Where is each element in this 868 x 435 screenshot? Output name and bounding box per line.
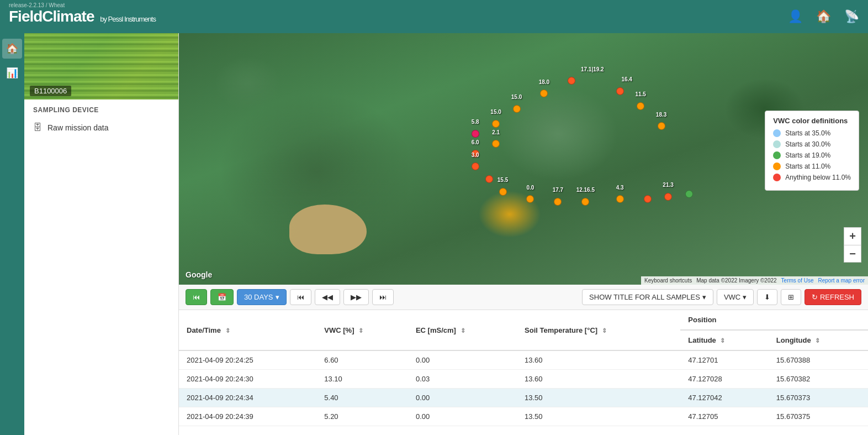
map-dot bbox=[499, 188, 507, 196]
table-row[interactable]: 2021-04-09 20:24:25 6.60 0.00 13.60 47.1… bbox=[179, 350, 868, 370]
col-position-header: Position bbox=[680, 310, 868, 330]
raw-mission-data-item[interactable]: 🗄 Raw mission data bbox=[24, 118, 178, 137]
cell-lat: 47.127042 bbox=[680, 389, 769, 407]
device-panel: B1100006 SAMPLING DEVICE 🗄 Raw mission d… bbox=[24, 33, 179, 435]
dot-label: 16.4 bbox=[621, 76, 632, 82]
cell-vwc: 5.20 bbox=[316, 407, 408, 426]
main-content: 17.1|19.2 16.4 18.0 15.0 11.5 15.0 18.3 … bbox=[179, 33, 868, 435]
user-icon[interactable]: 👤 bbox=[788, 9, 803, 24]
col-datetime-label: Date/Time bbox=[187, 326, 221, 334]
col-longitude[interactable]: Longitude ⇕ bbox=[769, 330, 868, 350]
cell-soil-temp: 13.60 bbox=[517, 370, 680, 389]
map-dot bbox=[658, 122, 665, 130]
sort-icon-datetime: ⇕ bbox=[225, 327, 230, 334]
map-bottom-bar: Keyboard shortcuts Map data ©2022 Imager… bbox=[641, 276, 868, 285]
vwc-label-teal: Starts at 30.0% bbox=[785, 140, 830, 148]
map-dot bbox=[492, 120, 500, 128]
show-title-label: SHOW TITLE FOR ALL SAMPLES bbox=[589, 293, 700, 301]
report-map-error[interactable]: Report a map error bbox=[818, 277, 865, 284]
cell-lon: 15.670388 bbox=[769, 350, 868, 370]
vwc-legend-item-3: Starts at 19.0% bbox=[773, 151, 851, 159]
sort-icon-lon: ⇕ bbox=[815, 337, 820, 344]
nav-next-btn[interactable]: ▶▶ bbox=[343, 289, 369, 305]
app-title: FieldClimate bbox=[9, 8, 94, 25]
nav-first-btn[interactable]: ⏮ bbox=[290, 289, 311, 305]
map-dot bbox=[540, 90, 548, 97]
col-vwc[interactable]: VWC [%] ⇕ bbox=[316, 310, 408, 350]
map-dot bbox=[485, 175, 493, 183]
sidebar-icons: 🏠 📊 bbox=[0, 33, 24, 435]
table-row[interactable]: 2021-04-09 20:24:39 5.20 0.00 13.50 47.1… bbox=[179, 407, 868, 426]
vwc-legend-item-4: Starts at 11.0% bbox=[773, 163, 851, 170]
cell-ec: 0.00 bbox=[408, 389, 517, 407]
first-btn[interactable]: ⏮ bbox=[186, 289, 207, 305]
chevron-down-icon: ▾ bbox=[276, 293, 279, 301]
col-latitude-label: Latitude bbox=[688, 336, 716, 344]
col-vwc-label: VWC [%] bbox=[324, 326, 354, 334]
map-dot bbox=[616, 195, 624, 203]
database-icon: 🗄 bbox=[33, 123, 42, 133]
col-datetime[interactable]: Date/Time ⇕ bbox=[179, 310, 316, 350]
vwc-legend-item-2: Starts at 30.0% bbox=[773, 140, 851, 148]
download-btn[interactable]: ⬇ bbox=[757, 289, 777, 305]
farm-icon[interactable]: 🏠 bbox=[816, 9, 831, 24]
table-row-selected[interactable]: 2021-04-09 20:24:34 5.40 0.00 13.50 47.1… bbox=[179, 389, 868, 407]
vwc-label-orange: Starts at 11.0% bbox=[785, 163, 830, 170]
terms-of-use[interactable]: Terms of Use bbox=[781, 277, 814, 284]
header-icons: 👤 🏠 📡 bbox=[788, 9, 859, 24]
data-table-area: Date/Time ⇕ VWC [%] ⇕ EC [mS/cm] ⇕ Soi bbox=[179, 310, 868, 435]
dot-label: 11.5 bbox=[635, 91, 645, 97]
dot-label: 21.3 bbox=[663, 182, 673, 188]
map-dot bbox=[664, 193, 672, 201]
header: release-2.2.13 / Wheat FieldClimate by P… bbox=[0, 0, 868, 33]
map-dot bbox=[513, 105, 521, 113]
vwc-color-green bbox=[773, 151, 781, 159]
zoom-in-button[interactable]: + bbox=[844, 227, 861, 245]
cell-vwc: 5.40 bbox=[316, 389, 408, 407]
cell-soil-temp: 13.50 bbox=[517, 389, 680, 407]
device-image: B1100006 bbox=[24, 33, 178, 99]
calendar-btn[interactable]: 📅 bbox=[210, 289, 234, 305]
dot-label: 15.0 bbox=[511, 94, 522, 100]
table-row[interactable]: 2021-04-09 20:24:30 13.10 0.03 13.60 47.… bbox=[179, 370, 868, 389]
refresh-btn[interactable]: ↻ REFRESH bbox=[805, 289, 861, 305]
vwc-legend-item-5: Anything below 11.0% bbox=[773, 174, 851, 181]
dot-label: 6.0 bbox=[472, 139, 479, 145]
col-soil-temp-label: Soil Temperature [°C] bbox=[525, 326, 597, 334]
keyboard-shortcuts[interactable]: Keyboard shortcuts bbox=[644, 277, 692, 284]
sidebar-chart-btn[interactable]: 📊 bbox=[2, 63, 22, 83]
dot-label: 3.0 bbox=[472, 151, 479, 158]
cell-lat: 47.127028 bbox=[680, 370, 769, 389]
nav-prev-btn[interactable]: ◀◀ bbox=[315, 289, 340, 305]
days-dropdown-btn[interactable]: 30 DAYS ▾ bbox=[237, 289, 287, 305]
signal-icon[interactable]: 📡 bbox=[844, 9, 859, 24]
google-text: Google bbox=[186, 270, 212, 279]
cell-vwc: 13.10 bbox=[316, 370, 408, 389]
dot-label: 17.1|19.2 bbox=[581, 66, 604, 72]
sort-icon-soil-temp: ⇕ bbox=[602, 327, 607, 334]
toolbar: ⏮ 📅 30 DAYS ▾ ⏮ ◀◀ ▶▶ ⏭ SHOW TITLE FOR A… bbox=[179, 285, 868, 310]
data-table: Date/Time ⇕ VWC [%] ⇕ EC [mS/cm] ⇕ Soi bbox=[179, 310, 868, 426]
map-dot bbox=[644, 195, 652, 203]
nav-last-btn[interactable]: ⏭ bbox=[372, 289, 394, 305]
vwc-label-green: Starts at 19.0% bbox=[785, 151, 830, 159]
vwc-dropdown-btn[interactable]: VWC ▾ bbox=[717, 289, 754, 305]
zoom-out-button[interactable]: − bbox=[844, 245, 861, 263]
col-ec[interactable]: EC [mS/cm] ⇕ bbox=[408, 310, 517, 350]
col-latitude[interactable]: Latitude ⇕ bbox=[680, 330, 769, 350]
col-soil-temp[interactable]: Soil Temperature [°C] ⇕ bbox=[517, 310, 680, 350]
sidebar-home-btn[interactable]: 🏠 bbox=[2, 39, 22, 59]
table-view-btn[interactable]: ⊞ bbox=[781, 289, 801, 305]
cell-datetime: 2021-04-09 20:24:25 bbox=[179, 350, 316, 370]
sort-icon-vwc: ⇕ bbox=[358, 327, 363, 334]
map-dot bbox=[472, 130, 479, 138]
cell-lon: 15.670382 bbox=[769, 370, 868, 389]
sort-icon-lat: ⇕ bbox=[720, 337, 725, 344]
dot-label: 15.5 bbox=[497, 177, 508, 183]
map-dot bbox=[492, 140, 500, 148]
map-dot bbox=[526, 195, 534, 203]
show-title-btn[interactable]: SHOW TITLE FOR ALL SAMPLES ▾ bbox=[582, 289, 713, 305]
cell-soil-temp: 13.50 bbox=[517, 407, 680, 426]
vwc-legend-item-1: Starts at 35.0% bbox=[773, 129, 851, 137]
days-label: 30 DAYS bbox=[244, 293, 273, 301]
